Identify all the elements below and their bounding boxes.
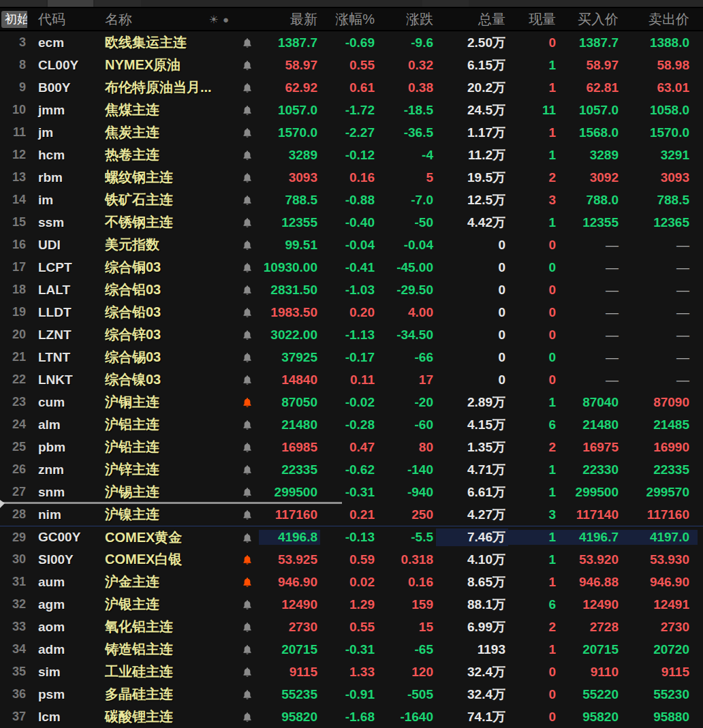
- contract-name[interactable]: 焦炭主连: [93, 123, 236, 142]
- contract-name[interactable]: 氧化铝主连: [93, 618, 236, 636]
- col-header-volume[interactable]: 总量: [436, 10, 508, 29]
- contract-code[interactable]: jm: [27, 125, 93, 140]
- contract-name[interactable]: 多晶硅主连: [93, 685, 236, 703]
- alert-bell-icon[interactable]: [236, 462, 259, 477]
- alert-bell-icon[interactable]: [236, 148, 259, 163]
- alert-bell-icon[interactable]: [236, 642, 259, 657]
- alert-bell-icon[interactable]: [236, 440, 259, 455]
- sun-icon[interactable]: ☀: [209, 13, 219, 26]
- table-row-znm[interactable]: 26znm沪锌主连22335-0.62-1404.71万12233022335: [0, 458, 703, 481]
- alert-bell-icon[interactable]: [236, 103, 259, 118]
- alert-bell-icon[interactable]: [236, 507, 259, 522]
- alert-bell-icon[interactable]: [236, 620, 259, 635]
- col-header-buy[interactable]: 买入价: [559, 10, 621, 29]
- alert-bell-icon[interactable]: [236, 260, 259, 275]
- contract-code[interactable]: LALT: [27, 283, 93, 298]
- table-row-LZNT[interactable]: 20LZNT综合锌033022.00-1.13-34.5000——: [0, 323, 703, 346]
- table-row-agm[interactable]: 32agm沪银主连124901.2915988.1万61249012491: [0, 593, 703, 616]
- contract-code[interactable]: ecm: [27, 35, 93, 50]
- table-row-jm[interactable]: 11jm焦炭主连1570.0-2.27-36.51.17万11568.01570…: [0, 121, 703, 144]
- table-row-sim[interactable]: 35sim工业硅主连91151.3312032.4万091109115: [0, 661, 703, 683]
- contract-code[interactable]: jmm: [27, 103, 93, 118]
- contract-code[interactable]: alm: [27, 417, 93, 432]
- table-row-adm[interactable]: 34adm铸造铝主连20715-0.31-65119312071520720: [0, 638, 703, 661]
- contract-name[interactable]: 铸造铝主连: [93, 640, 236, 659]
- table-row-cum[interactable]: 23cum沪铜主连87050-0.02-202.89万18704087090: [0, 391, 703, 413]
- alert-bell-icon-active[interactable]: [236, 552, 259, 567]
- table-row-snm[interactable]: 27snm沪锡主连299500-0.31-9406.61万12995002995…: [0, 481, 703, 503]
- contract-code[interactable]: GC00Y: [27, 530, 93, 545]
- table-row-jmm[interactable]: 10jmm焦煤主连1057.0-1.72-18.524.5万111057.010…: [0, 99, 703, 121]
- alert-bell-icon[interactable]: [236, 58, 259, 73]
- contract-name[interactable]: 沪铝主连: [93, 415, 236, 434]
- table-row-ssm[interactable]: 15ssm不锈钢主连12355-0.40-504.42万11235512365: [0, 211, 703, 234]
- col-header-pct[interactable]: 涨幅%: [320, 10, 377, 29]
- alert-bell-icon[interactable]: [236, 373, 259, 387]
- table-row-aum[interactable]: 31aum沪金主连946.900.020.168.65万1946.88946.9…: [0, 571, 703, 593]
- table-row-lcm[interactable]: 37lcm碳酸锂主连95820-1.68-164074.1万0958209588…: [0, 706, 703, 728]
- contract-code[interactable]: ssm: [27, 215, 93, 230]
- pane-splitter-handle[interactable]: [0, 502, 342, 504]
- contract-name[interactable]: 沪金主连: [93, 573, 236, 591]
- contract-code[interactable]: B00Y: [27, 80, 93, 95]
- table-row-GC00Y[interactable]: 29GC00YCOMEX黄金4196.8-0.13-5.57.46万14196.…: [0, 526, 703, 548]
- table-row-LNKT[interactable]: 22LNKT综合镍03148400.111700——: [0, 368, 703, 391]
- contract-code[interactable]: rbm: [27, 170, 93, 185]
- alert-bell-icon[interactable]: [236, 35, 259, 50]
- contract-name[interactable]: 综合锡03: [93, 348, 236, 366]
- contract-name[interactable]: 螺纹钢主连: [93, 168, 236, 187]
- table-row-CL00Y[interactable]: 8CL00YNYMEX原油58.970.550.326.15万158.9758.…: [0, 54, 703, 76]
- contract-name[interactable]: COMEX黄金: [93, 528, 236, 547]
- contract-code[interactable]: psm: [27, 687, 93, 702]
- table-row-im[interactable]: 14im铁矿石主连788.5-0.88-7.012.5万3788.0788.5: [0, 189, 703, 211]
- contract-name[interactable]: 美元指数: [93, 236, 236, 254]
- contract-name[interactable]: 沪银主连: [93, 595, 236, 614]
- contract-name[interactable]: 综合镍03: [93, 370, 236, 389]
- alert-bell-icon[interactable]: [236, 193, 259, 208]
- table-row-nim[interactable]: 28nim沪镍主连1171600.212504.27万3117140117160: [0, 503, 703, 526]
- col-header-curvol[interactable]: 现量: [508, 10, 559, 29]
- alert-bell-icon[interactable]: [236, 170, 259, 185]
- alert-bell-icon[interactable]: [236, 283, 259, 298]
- contract-name[interactable]: 热卷主连: [93, 146, 236, 164]
- contract-name[interactable]: 不锈钢主连: [93, 213, 236, 232]
- contract-name[interactable]: 综合铅03: [93, 303, 236, 321]
- alert-bell-icon[interactable]: [236, 417, 259, 432]
- contract-code[interactable]: snm: [27, 485, 93, 500]
- alert-bell-icon[interactable]: [236, 687, 259, 702]
- contract-code[interactable]: CL00Y: [27, 58, 93, 73]
- contract-name[interactable]: 焦煤主连: [93, 101, 236, 119]
- contract-code[interactable]: LCPT: [27, 260, 93, 275]
- table-row-B00Y[interactable]: 9B00Y布伦特原油当月...62.920.610.3820.2万162.816…: [0, 76, 703, 99]
- contract-code[interactable]: SI00Y: [27, 552, 93, 567]
- contract-name[interactable]: 沪锌主连: [93, 460, 236, 479]
- alert-bell-icon[interactable]: [236, 238, 259, 253]
- contract-code[interactable]: aum: [27, 575, 93, 590]
- contract-code[interactable]: pbm: [27, 440, 93, 455]
- table-row-LCPT[interactable]: 17LCPT综合铜0310930.00-0.41-45.0000——: [0, 256, 703, 279]
- table-row-alm[interactable]: 24alm沪铝主连21480-0.28-604.15万62148021485: [0, 413, 703, 436]
- contract-name[interactable]: 布伦特原油当月...: [93, 78, 236, 97]
- table-row-ecm[interactable]: 3ecm欧线集运主连1387.7-0.69-9.62.50万01387.7138…: [0, 31, 703, 54]
- contract-name[interactable]: NYMEX原油: [93, 56, 236, 74]
- table-row-rbm[interactable]: 13rbm螺纹钢主连30930.16519.5万230923093: [0, 166, 703, 189]
- contract-code[interactable]: lcm: [27, 710, 93, 725]
- alert-bell-icon[interactable]: [236, 215, 259, 230]
- contract-code[interactable]: LZNT: [27, 328, 93, 343]
- col-header-latest[interactable]: 最新: [259, 10, 320, 29]
- table-row-LALT[interactable]: 18LALT综合铝032831.50-1.03-29.5000——: [0, 279, 703, 301]
- contract-code[interactable]: adm: [27, 642, 93, 657]
- contract-name[interactable]: 综合铝03: [93, 281, 236, 299]
- contract-name[interactable]: 沪铜主连: [93, 393, 236, 411]
- contract-name[interactable]: 工业硅主连: [93, 663, 236, 681]
- table-row-LLDT[interactable]: 19LLDT综合铅031983.500.204.0000——: [0, 301, 703, 323]
- contract-name[interactable]: 碳酸锂主连: [93, 708, 236, 726]
- table-row-psm[interactable]: 36psm多晶硅主连55235-0.91-50532.4万05522055230: [0, 683, 703, 706]
- table-row-SI00Y[interactable]: 30SI00YCOMEX白银53.9250.590.3184.10万153.92…: [0, 548, 703, 571]
- contract-code[interactable]: znm: [27, 462, 93, 477]
- alert-bell-icon-active[interactable]: [236, 395, 259, 410]
- contract-code[interactable]: LNKT: [27, 373, 93, 387]
- alert-bell-icon[interactable]: [236, 530, 259, 545]
- col-header-code[interactable]: 代码: [27, 10, 93, 29]
- contract-code[interactable]: hcm: [27, 148, 93, 163]
